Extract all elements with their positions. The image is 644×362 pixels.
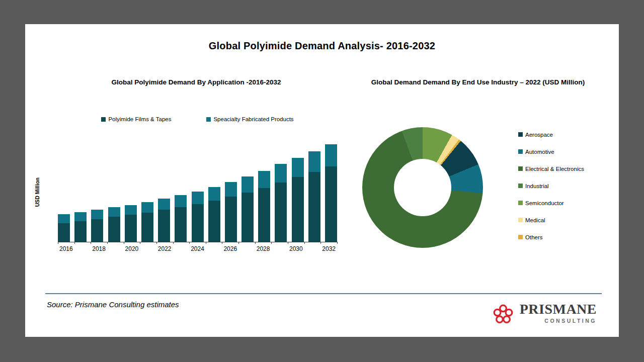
legend-label: Polyimide Films & Tapes [108, 116, 171, 122]
bar-2027 [242, 176, 254, 242]
segment-speacialty-fabricated-products [74, 212, 87, 222]
x-tick-label: 2018 [92, 245, 106, 252]
segment-speacialty-fabricated-products [258, 171, 270, 188]
axis-tick [222, 242, 222, 244]
bar-2021 [141, 202, 153, 242]
bar-chart-plot: 201620182020202220242026202820302032 [58, 142, 337, 242]
axis-tick [91, 242, 91, 244]
axis-tick [255, 242, 256, 244]
donut-chart-title: Global Demand Demand By End Use Industry… [352, 78, 604, 86]
segment-speacialty-fabricated-products [325, 144, 337, 166]
source-note: Source: Prismane Consulting estimates [47, 300, 179, 309]
bar-2016 [58, 214, 70, 242]
donut-hole [394, 159, 451, 216]
footer-divider [45, 293, 602, 294]
bar-2030 [292, 158, 304, 242]
segment-polyimide-films-tapes [225, 197, 237, 242]
segment-speacialty-fabricated-products [108, 207, 120, 217]
y-axis-label: USD Million [33, 142, 41, 242]
segment-speacialty-fabricated-products [91, 210, 103, 220]
legend-swatch-icon [206, 117, 211, 122]
segment-speacialty-fabricated-products [225, 182, 237, 197]
legend-item-others: Others [518, 234, 584, 240]
page-title: Global Polyimide Demand Analysis- 2016-2… [25, 40, 619, 52]
bar-2032 [325, 144, 337, 242]
legend-swatch-icon [518, 184, 523, 188]
segment-polyimide-films-tapes [258, 188, 270, 242]
x-tick-label: 2030 [289, 245, 303, 252]
legend-item-electrical-electronics: Electrical & Electronics [518, 165, 584, 172]
bar-2023 [175, 195, 187, 242]
axis-tick [337, 242, 338, 244]
segment-polyimide-films-tapes [158, 210, 170, 242]
bar-2026 [225, 182, 237, 242]
x-tick-label: 2032 [322, 245, 336, 252]
axis-tick [304, 242, 305, 244]
segment-polyimide-films-tapes [208, 201, 220, 242]
segment-polyimide-films-tapes [292, 177, 304, 242]
bar-2017 [74, 212, 87, 242]
segment-polyimide-films-tapes [175, 207, 187, 242]
legend-item-automotive: Automotive [518, 148, 584, 155]
axis-tick [173, 242, 174, 244]
bar-series-container [58, 142, 337, 242]
segment-polyimide-films-tapes [325, 166, 337, 242]
logo-text-block: PRISMANE CONSULTING [520, 302, 597, 324]
legend-swatch-icon [518, 166, 523, 171]
legend-item-speacialty-fabricated-products: Speacialty Fabricated Products [206, 116, 293, 122]
segment-polyimide-films-tapes [275, 183, 287, 242]
bar-2028 [258, 171, 270, 242]
donut-chart [362, 127, 483, 248]
legend-label: Medical [525, 217, 545, 223]
legend-label: Speacialty Fabricated Products [213, 116, 293, 122]
segment-speacialty-fabricated-products [192, 192, 204, 204]
bar-2018 [91, 210, 103, 242]
logo-subtext: CONSULTING [544, 318, 597, 324]
segment-speacialty-fabricated-products [308, 151, 320, 172]
x-tick-label: 2026 [223, 245, 237, 252]
legend-label: Industrial [525, 183, 549, 189]
axis-tick [206, 242, 206, 244]
segment-polyimide-films-tapes [58, 223, 70, 242]
legend-item-polyimide-films-tapes: Polyimide Films & Tapes [101, 116, 171, 122]
axis-tick [320, 242, 321, 244]
legend-item-semiconductor: Semiconductor [518, 200, 584, 206]
bar-2029 [275, 164, 287, 242]
legend-swatch-icon [518, 149, 523, 154]
donut-chart-legend: AerospaceAutomotiveElectrical & Electron… [518, 131, 584, 251]
legend-label: Electrical & Electronics [525, 166, 584, 172]
axis-tick [189, 242, 190, 244]
axis-tick [124, 242, 124, 244]
x-axis-ticks [58, 242, 337, 244]
bar-2020 [125, 205, 137, 242]
legend-swatch-icon [101, 117, 106, 122]
axis-tick [288, 242, 288, 244]
legend-label: Others [525, 234, 543, 240]
segment-polyimide-films-tapes [108, 217, 120, 242]
legend-item-medical: Medical [518, 217, 584, 223]
legend-swatch-icon [518, 201, 523, 205]
segment-speacialty-fabricated-products [158, 199, 170, 210]
report-card: Global Polyimide Demand Analysis- 2016-2… [25, 24, 619, 337]
segment-speacialty-fabricated-products [125, 205, 137, 215]
x-tick-label: 2028 [257, 245, 270, 252]
bar-2019 [108, 207, 120, 242]
legend-swatch-icon [518, 132, 523, 137]
axis-tick [271, 242, 272, 244]
segment-speacialty-fabricated-products [58, 214, 70, 223]
axis-tick [74, 242, 75, 244]
bar-2024 [192, 192, 204, 242]
legend-swatch-icon [518, 218, 523, 222]
segment-speacialty-fabricated-products [275, 164, 287, 183]
x-axis-labels: 201620182020202220242026202820302032 [58, 245, 337, 253]
x-tick-label: 2020 [125, 245, 139, 252]
segment-speacialty-fabricated-products [208, 187, 220, 201]
segment-polyimide-films-tapes [74, 221, 87, 242]
segment-speacialty-fabricated-products [242, 176, 254, 192]
x-tick-label: 2022 [158, 245, 172, 252]
x-tick-label: 2024 [191, 245, 204, 252]
axis-tick [58, 242, 58, 244]
page-background: Global Polyimide Demand Analysis- 2016-2… [0, 0, 644, 362]
segment-polyimide-films-tapes [91, 219, 103, 242]
segment-speacialty-fabricated-products [141, 202, 153, 213]
